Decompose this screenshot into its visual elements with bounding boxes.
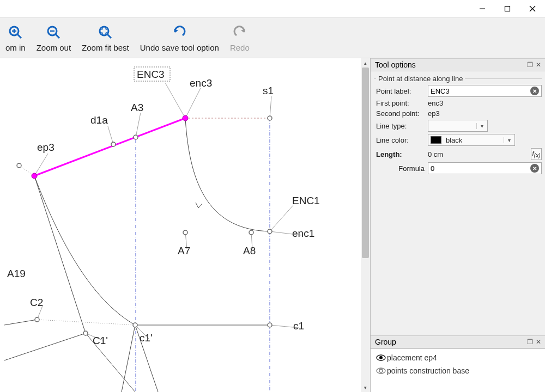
group-item[interactable]: points construction base <box>372 364 544 377</box>
canvas-label-C1p[interactable]: C1' <box>93 335 108 346</box>
svg-point-38 <box>268 116 272 120</box>
svg-point-45 <box>268 323 272 327</box>
svg-point-36 <box>134 135 138 139</box>
canvas-vertical-scrollbar[interactable]: ▴ ▾ <box>361 58 370 392</box>
maximize-button[interactable] <box>495 0 520 17</box>
svg-point-35 <box>111 142 116 146</box>
svg-point-33 <box>17 163 21 168</box>
svg-line-19 <box>165 83 185 118</box>
svg-line-9 <box>56 34 59 38</box>
line-color-label: Line color: <box>376 136 428 144</box>
canvas-label-C2[interactable]: C2 <box>30 297 43 308</box>
point-label-input[interactable] <box>431 87 530 95</box>
undo-button[interactable]: Undo save tool option <box>135 18 225 58</box>
tool-options-header[interactable]: Tool options ❐ ✕ <box>371 58 545 71</box>
clear-formula-icon[interactable]: ✕ <box>530 164 539 173</box>
canvas-label-ENC1[interactable]: ENC1 <box>292 195 320 206</box>
undo-icon <box>172 23 187 41</box>
scrollbar-thumb[interactable] <box>362 68 369 258</box>
canvas-label-enc3[interactable]: enc3 <box>190 77 212 89</box>
first-point-label: First point: <box>376 99 428 107</box>
window-titlebar <box>0 0 545 17</box>
clear-point-label-icon[interactable]: ✕ <box>530 87 539 95</box>
undo-label: Undo save tool option <box>140 43 219 52</box>
close-panel-icon[interactable]: ✕ <box>534 338 543 346</box>
svg-point-50 <box>379 369 383 372</box>
line-type-combo[interactable]: ▾ <box>428 120 488 132</box>
svg-line-23 <box>108 126 113 144</box>
canvas-label-d1a[interactable]: d1a <box>90 114 108 126</box>
canvas-label-A19[interactable]: A19 <box>7 268 26 279</box>
second-point-value: ep3 <box>428 109 542 118</box>
svg-point-48 <box>379 356 383 359</box>
canvas-label-ENC3[interactable]: ENC3 <box>137 69 165 80</box>
zoom-fit-label: Zoom fit best <box>82 43 129 52</box>
svg-rect-1 <box>505 7 510 11</box>
svg-point-44 <box>133 323 137 327</box>
length-label: Length: <box>376 150 428 158</box>
group-panel-header[interactable]: Group ❐ ✕ <box>371 335 545 348</box>
formula-input[interactable] <box>431 164 530 173</box>
svg-point-39 <box>183 230 187 235</box>
tool-options-body: Point at distance along line Point label… <box>371 71 545 335</box>
svg-point-11 <box>100 27 108 35</box>
point-label-input-wrap[interactable]: ✕ <box>428 85 542 97</box>
canvas-label-A7[interactable]: A7 <box>178 245 190 256</box>
formula-input-wrap[interactable]: ✕ <box>428 162 542 174</box>
first-point-value: enc3 <box>428 99 542 107</box>
canvas-label-ep3[interactable]: ep3 <box>37 142 55 153</box>
scroll-up-icon[interactable]: ▴ <box>361 58 370 68</box>
formula-label: Formula <box>376 164 428 173</box>
tool-section-title: Point at distance along line <box>376 75 465 83</box>
undock-icon[interactable]: ❐ <box>525 61 534 69</box>
visibility-eye-icon[interactable] <box>375 367 387 374</box>
svg-line-5 <box>17 34 21 38</box>
zoom-fit-icon <box>98 23 113 41</box>
point-label-label: Point label: <box>376 87 428 95</box>
redo-icon <box>232 23 247 41</box>
minimize-button[interactable] <box>470 0 495 17</box>
redo-button[interactable]: Redo <box>225 18 255 58</box>
svg-point-34 <box>32 173 37 179</box>
svg-point-43 <box>83 331 88 335</box>
canvas-label-c1[interactable]: c1 <box>293 320 304 332</box>
zoom-out-icon <box>46 23 61 41</box>
group-panel-title: Group <box>375 338 525 346</box>
svg-point-37 <box>183 115 188 121</box>
svg-line-20 <box>185 88 201 118</box>
zoom-fit-button[interactable]: Zoom fit best <box>76 18 135 58</box>
undock-icon[interactable]: ❐ <box>525 338 534 346</box>
visibility-eye-icon[interactable] <box>375 354 387 361</box>
canvas-label-A8[interactable]: A8 <box>243 245 256 256</box>
chevron-down-icon: ▾ <box>476 123 487 129</box>
chevron-down-icon: ▾ <box>504 137 514 143</box>
group-panel-body: placement ep4 points construction base <box>371 348 545 392</box>
zoom-out-button[interactable]: Zoom out <box>31 18 76 58</box>
scroll-down-icon[interactable]: ▾ <box>361 383 370 392</box>
group-item-label: placement ep4 <box>387 353 437 362</box>
line-color-combo[interactable]: black ▾ <box>428 134 515 146</box>
second-point-label: Second point: <box>376 109 428 118</box>
line-type-label: Line type: <box>376 122 428 130</box>
svg-point-40 <box>249 230 253 235</box>
svg-line-12 <box>107 34 111 38</box>
color-swatch <box>431 136 441 144</box>
group-item[interactable]: placement ep4 <box>372 351 544 364</box>
drawing-canvas[interactable]: ENC3 enc3 s1 A3 d1a ep3 A19 C2 C1' c1' A… <box>0 58 371 392</box>
length-value: 0 cm <box>428 150 529 158</box>
close-panel-icon[interactable]: ✕ <box>534 61 543 69</box>
formula-editor-button[interactable]: f(x) <box>531 148 542 160</box>
canvas-label-A3[interactable]: A3 <box>131 102 143 113</box>
zoom-in-button[interactable]: om in <box>0 18 31 58</box>
group-item-label: points construction base <box>387 366 469 375</box>
svg-line-17 <box>37 320 135 325</box>
canvas-label-c1p[interactable]: c1' <box>140 332 153 344</box>
svg-line-21 <box>270 96 271 118</box>
line-color-value: black <box>444 136 504 144</box>
canvas-label-enc1[interactable]: enc1 <box>292 228 314 239</box>
svg-line-25 <box>270 205 293 231</box>
main-toolbar: om in Zoom out Zoom fit best Undo save t… <box>0 17 545 58</box>
zoom-in-label: om in <box>5 43 26 52</box>
close-button[interactable] <box>520 0 545 17</box>
canvas-label-s1[interactable]: s1 <box>263 85 274 96</box>
